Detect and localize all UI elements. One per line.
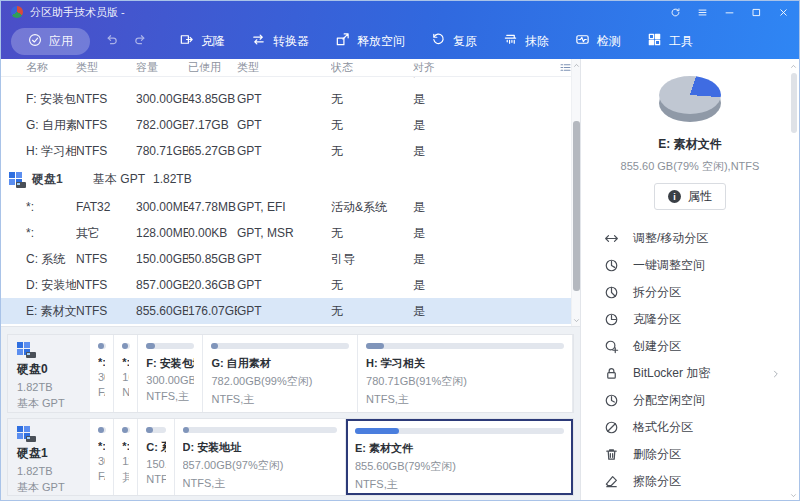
bitlocker-icon xyxy=(604,366,619,381)
table-row[interactable]: 硬盘1 基本 GPT 1.82TB xyxy=(1,164,572,194)
app-logo-icon xyxy=(11,6,23,18)
table-row[interactable]: H: 学习相关 NTFS 780.71GB 65.27GB GPT 无 是 xyxy=(1,138,572,164)
clone-icon xyxy=(179,32,194,50)
table-row[interactable]: F: 安装包地址 NTFS 300.00GB 43.85GB GPT 无 是 xyxy=(1,86,572,112)
partition-table: 名称类型容量已使用类型状态对齐 *: NTFS 16.00MB 15.34MB … xyxy=(1,59,580,326)
table-row[interactable]: *: 其它 128.00MB 0.00KB GPT, MSR 无 是 xyxy=(1,220,572,246)
partition-block[interactable]: G: 自用素材 782.00GB(99%空闲) NTFS,主 xyxy=(203,335,358,412)
undo-button[interactable] xyxy=(104,32,119,47)
toolbar-button-tools[interactable]: 工具 xyxy=(638,27,702,55)
column-header-align[interactable]: 对齐 xyxy=(413,60,550,75)
sync-icon[interactable] xyxy=(670,7,681,18)
partition-block[interactable]: *: 300... FAT... xyxy=(90,419,114,496)
volume-title: E: 素材文件 xyxy=(581,136,799,153)
menu-item-quick-adjust[interactable]: 一键调整空间 xyxy=(581,252,799,279)
menu-item-label: 一键调整空间 xyxy=(633,257,705,274)
app-header: 分区助手技术员版 - 应用 克隆转换器释放空间复原抹除检测工具 xyxy=(1,1,799,59)
maximize-icon[interactable] xyxy=(751,7,762,18)
column-header-style[interactable]: 类型 xyxy=(237,60,331,75)
partition-block[interactable]: *: 16... NTF... xyxy=(114,335,138,412)
toolbar-button-label: 释放空间 xyxy=(357,33,405,50)
right-panel: E: 素材文件 855.60 GB(79% 空闲),NTFS i 属性 调整/移… xyxy=(581,59,799,501)
menu-item-clone-partition[interactable]: 克隆分区 xyxy=(581,306,799,333)
partition-fs: NTFS,主 xyxy=(355,477,564,492)
disk-icon xyxy=(17,426,35,441)
menu-item-split-partition[interactable]: 拆分分区 xyxy=(581,279,799,306)
toolbar-button-converter[interactable]: 转换器 xyxy=(242,27,318,55)
menu-icon[interactable] xyxy=(697,7,708,18)
usage-bar-fill xyxy=(211,343,218,349)
menu-item-label: 擦除分区 xyxy=(633,473,681,490)
table-row[interactable]: G: 自用素材 NTFS 782.00GB 7.17GB GPT 无 是 xyxy=(1,112,572,138)
partition-capacity: 782.00GB(99%空闲) xyxy=(211,374,349,389)
partition-block[interactable]: D: 安装地址 857.00GB(97%空闲) NTFS,主 xyxy=(175,419,346,496)
partition-label: F: 安装包地址 xyxy=(146,356,194,371)
menu-item-label: 删除分区 xyxy=(633,446,681,463)
partition-fs: NTFS,主 xyxy=(211,392,349,407)
menu-item-format-partition[interactable]: 格式化分区 xyxy=(581,414,799,441)
apply-button[interactable]: 应用 xyxy=(11,28,90,55)
disk-info[interactable]: 硬盘0 1.82TB 基本 GPT xyxy=(8,335,90,412)
usage-bar xyxy=(183,427,337,433)
scroll-up-icon[interactable] xyxy=(789,61,798,71)
partition-fs: FAT... xyxy=(98,470,105,482)
properties-button[interactable]: i 属性 xyxy=(654,183,726,210)
partition-capacity: 128... xyxy=(122,455,129,467)
table-row[interactable]: E: 素材文件 NTFS 855.60GB 176.07GB GPT 无 是 xyxy=(1,298,572,324)
column-header-used[interactable]: 已使用 xyxy=(188,60,237,75)
menu-item-bitlocker[interactable]: BitLocker 加密 xyxy=(581,360,799,387)
partition-label: *: xyxy=(122,356,129,368)
menu-item-resize-move[interactable]: 调整/移动分区 xyxy=(581,225,799,252)
toolbar-button-clone[interactable]: 克隆 xyxy=(170,27,234,55)
menu-item-app-mover[interactable]: 软件迁移功能 xyxy=(581,495,799,501)
scrollbar-thumb[interactable] xyxy=(573,121,580,291)
apply-button-label: 应用 xyxy=(49,33,73,50)
partition-label: *: xyxy=(98,440,105,452)
titlebar[interactable]: 分区助手技术员版 - xyxy=(1,1,799,23)
partition-block[interactable]: E: 素材文件 855.60GB(79%空闲) NTFS,主 xyxy=(346,419,573,496)
partition-block[interactable]: *: 128... 其... xyxy=(114,419,138,496)
column-header-cap[interactable]: 容量 xyxy=(136,60,188,75)
column-header-status[interactable]: 状态 xyxy=(331,60,413,75)
toolbar-button-detect[interactable]: 检测 xyxy=(566,27,630,55)
partition-block[interactable]: H: 学习相关 780.71GB(91%空闲) NTFS,主 xyxy=(358,335,573,412)
panel-scrollbar[interactable] xyxy=(789,61,798,500)
toolbar-button-label: 转换器 xyxy=(273,33,309,50)
partition-block[interactable]: *: 300... FAT... xyxy=(90,335,114,412)
disk-icon xyxy=(9,172,25,187)
partition-label: D: 安装地址 xyxy=(183,440,337,455)
scroll-down-icon[interactable] xyxy=(789,490,798,500)
usage-bar xyxy=(146,427,165,433)
close-icon[interactable] xyxy=(778,7,789,18)
table-row[interactable]: C: 系统 NTFS 150.00GB 50.85GB GPT 引导 是 xyxy=(1,246,572,272)
toolbar-button-free-space[interactable]: 释放空间 xyxy=(326,27,414,55)
partition-fs: FAT... xyxy=(98,386,105,398)
disk-size: 1.82TB xyxy=(17,465,81,477)
column-header-fs[interactable]: 类型 xyxy=(76,60,136,75)
list-view-icon[interactable] xyxy=(550,61,572,74)
scrollbar-thumb[interactable] xyxy=(791,73,797,133)
disk-info[interactable]: 硬盘1 1.82TB 基本 GPT xyxy=(8,419,90,496)
redo-button[interactable] xyxy=(133,32,148,47)
menu-item-create-partition[interactable]: 创建分区 xyxy=(581,333,799,360)
table-row[interactable]: *: FAT32 300.00MB 47.78MB GPT, EFI 活动&系统… xyxy=(1,194,572,220)
table-row[interactable]: D: 安装地址 NTFS 857.00GB 20.36GB GPT 无 是 xyxy=(1,272,572,298)
disk-name: 硬盘1 xyxy=(17,445,81,462)
menu-item-wipe-partition[interactable]: 擦除分区 xyxy=(581,468,799,495)
partition-block[interactable]: F: 安装包地址 300.00GB(85%... NTFS,主 xyxy=(138,335,203,412)
table-row[interactable]: *: NTFS 16.00MB 15.34MB GPT, MSR 无 是 xyxy=(1,77,572,86)
minimize-icon[interactable] xyxy=(724,7,735,18)
disk-name: 硬盘0 xyxy=(17,361,81,378)
toolbar-button-erase[interactable]: 抹除 xyxy=(494,27,558,55)
partition-fs: NTFS,主 xyxy=(366,392,564,407)
scroll-down-icon[interactable] xyxy=(572,315,580,325)
clone-partition-icon xyxy=(604,312,619,327)
scroll-up-icon[interactable] xyxy=(572,60,580,70)
menu-item-delete-partition[interactable]: 删除分区 xyxy=(581,441,799,468)
column-header-name[interactable]: 名称 xyxy=(1,60,76,75)
table-scrollbar[interactable] xyxy=(571,59,580,326)
toolbar-button-restore[interactable]: 复原 xyxy=(422,27,486,55)
partition-block[interactable]: C: 系统 150.00... NTFS,... xyxy=(138,419,174,496)
menu-item-allocate-space[interactable]: 分配空闲空间 xyxy=(581,387,799,414)
wipe-partition-icon xyxy=(604,474,619,489)
